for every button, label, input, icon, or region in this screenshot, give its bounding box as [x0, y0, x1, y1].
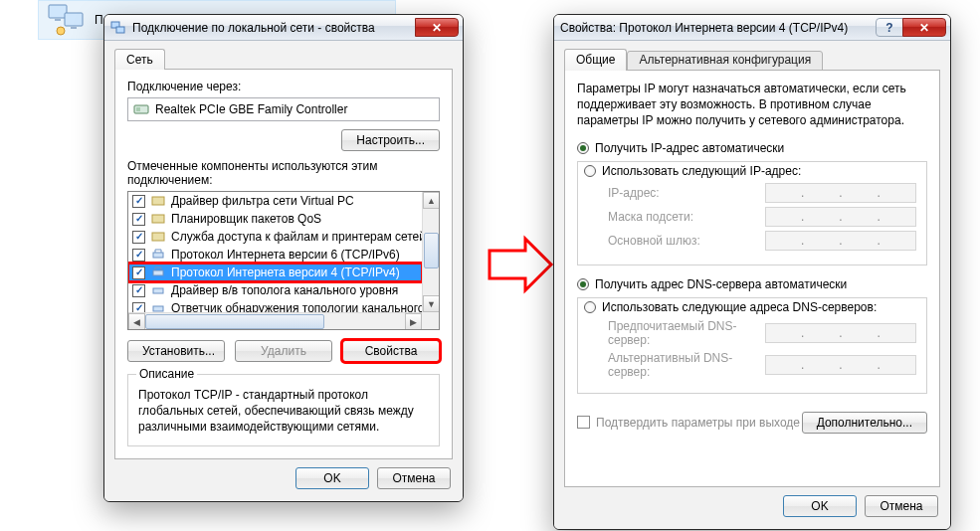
window-title: Подключение по локальной сети - свойства: [132, 21, 375, 35]
window-icon: [110, 20, 126, 36]
adapter-icon: [133, 101, 149, 117]
component-icon: [150, 211, 166, 227]
tab-general[interactable]: Общие: [564, 49, 627, 71]
close-button[interactable]: ✕: [415, 18, 459, 37]
protocol-icon: [150, 282, 166, 298]
properties-button[interactable]: Свойства: [342, 340, 440, 362]
connect-via-label: Подключение через:: [127, 80, 440, 93]
scroll-down-button[interactable]: ▼: [423, 295, 440, 312]
checkbox-icon[interactable]: [132, 195, 145, 208]
svg-rect-10: [152, 215, 164, 223]
svg-rect-12: [153, 253, 163, 258]
subnet-mask-label: Маска подсети:: [608, 210, 757, 224]
scroll-up-button[interactable]: ▲: [423, 192, 440, 209]
network-monitors-icon: [47, 3, 87, 37]
component-icon: [150, 229, 166, 245]
adapter-name: Realtek PCIe GBE Family Controller: [155, 102, 347, 116]
svg-rect-2: [55, 19, 61, 21]
ok-button[interactable]: OK: [295, 467, 369, 489]
confirm-on-exit-checkbox[interactable]: [577, 416, 590, 429]
ok-button[interactable]: OK: [783, 495, 857, 517]
tab-network[interactable]: Сеть: [114, 49, 165, 70]
scroll-thumb[interactable]: [145, 314, 324, 329]
description-legend: Описание: [136, 367, 197, 381]
radio-dns-manual-row[interactable]: Использовать следующие адреса DNS-сервер…: [584, 300, 916, 314]
tcpipv4-properties-window: Свойства: Протокол Интернета версии 4 (T…: [553, 14, 951, 530]
list-item[interactable]: Драйвер в/в тополога канального уровня: [128, 281, 422, 299]
radio-dns-auto-row[interactable]: Получить адрес DNS-сервера автоматически: [577, 277, 927, 291]
alternate-dns-label: Альтернативный DNS-сервер:: [608, 351, 757, 379]
alternate-dns-field: ...: [765, 355, 916, 375]
advanced-button[interactable]: Дополнительно...: [802, 412, 927, 434]
components-label: Отмеченные компоненты используются этим …: [127, 159, 440, 187]
checkbox-icon[interactable]: [132, 284, 145, 297]
protocol-icon: [150, 300, 166, 312]
svg-rect-11: [152, 233, 164, 241]
uninstall-button: Удалить: [235, 340, 332, 362]
svg-rect-6: [116, 27, 124, 33]
description-text: Протокол TCP/IP - стандартный протокол г…: [138, 387, 429, 436]
radio-ip-manual[interactable]: [584, 165, 596, 177]
help-icon: ?: [885, 21, 892, 35]
gateway-field: ...: [765, 231, 916, 251]
svg-rect-3: [71, 27, 77, 29]
connection-properties-window: Подключение по локальной сети - свойства…: [103, 14, 464, 502]
tab-alternate-config[interactable]: Альтернативная конфигурация: [627, 51, 823, 71]
scroll-right-button[interactable]: ▶: [405, 313, 422, 330]
svg-rect-13: [153, 270, 163, 275]
help-button[interactable]: ?: [876, 18, 903, 37]
configure-button[interactable]: Настроить...: [341, 129, 440, 151]
svg-point-4: [57, 27, 65, 35]
window-title: Свойства: Протокол Интернета версии 4 (T…: [560, 21, 848, 35]
confirm-on-exit-row[interactable]: Подтвердить параметры при выходе: [577, 416, 800, 430]
list-item[interactable]: Протокол Интернета версии 6 (TCP/IPv6): [128, 246, 422, 264]
arrow-annotation: [486, 235, 555, 294]
radio-ip-auto[interactable]: [577, 142, 589, 154]
list-item[interactable]: Ответчик обнаружения топологии канальног…: [128, 299, 422, 312]
checkbox-icon[interactable]: [132, 231, 145, 244]
svg-rect-8: [136, 107, 140, 111]
confirm-on-exit-label: Подтвердить параметры при выходе: [596, 416, 800, 430]
preferred-dns-field: ...: [765, 323, 916, 343]
scroll-left-button[interactable]: ◀: [128, 313, 145, 330]
radio-ip-auto-row[interactable]: Получить IP-адрес автоматически: [577, 141, 927, 155]
list-item[interactable]: Драйвер фильтра сети Virtual PC: [128, 192, 422, 210]
adapter-field[interactable]: Realtek PCIe GBE Family Controller: [127, 97, 440, 121]
tab-panel-network: Подключение через: Realtek PCIe GBE Fami…: [114, 69, 453, 459]
checkbox-icon[interactable]: [132, 213, 145, 226]
checkbox-icon[interactable]: [132, 266, 145, 279]
list-item[interactable]: Планировщик пакетов QoS: [128, 210, 422, 228]
svg-rect-9: [152, 197, 164, 205]
component-icon: [150, 193, 166, 209]
svg-rect-15: [153, 306, 163, 311]
subnet-mask-field: ...: [765, 207, 916, 227]
dns-manual-group: Использовать следующие адреса DNS-сервер…: [577, 297, 927, 394]
list-item[interactable]: Служба доступа к файлам и принтерам сете…: [128, 228, 422, 246]
cancel-button[interactable]: Отмена: [377, 467, 451, 489]
close-button[interactable]: ✕: [902, 18, 946, 37]
horizontal-scrollbar[interactable]: ◀ ▶: [128, 312, 422, 329]
titlebar[interactable]: Свойства: Протокол Интернета версии 4 (T…: [554, 15, 950, 41]
checkbox-icon[interactable]: [132, 302, 145, 313]
components-listbox[interactable]: Драйвер фильтра сети Virtual PC Планиров…: [127, 191, 440, 330]
radio-dns-auto[interactable]: [577, 278, 589, 290]
ip-address-field: ...: [765, 183, 916, 203]
vertical-scrollbar[interactable]: ▲ ▼: [422, 192, 439, 312]
close-icon: ✕: [919, 21, 929, 35]
checkbox-icon[interactable]: [132, 249, 145, 262]
protocol-icon: [150, 265, 166, 280]
cancel-button[interactable]: Отмена: [865, 495, 938, 517]
svg-rect-1: [65, 13, 83, 26]
scroll-corner: [422, 312, 439, 329]
list-item-tcpipv4[interactable]: Протокол Интернета версии 4 (TCP/IPv4): [128, 264, 422, 281]
protocol-icon: [150, 247, 166, 263]
install-button[interactable]: Установить...: [127, 340, 225, 362]
close-icon: ✕: [432, 21, 442, 35]
radio-ip-manual-row[interactable]: Использовать следующий IP-адрес:: [584, 164, 916, 178]
radio-dns-manual[interactable]: [584, 301, 596, 313]
preferred-dns-label: Предпочитаемый DNS-сервер:: [608, 319, 757, 347]
ip-address-label: IP-адрес:: [608, 186, 757, 200]
svg-rect-14: [153, 288, 163, 293]
scroll-thumb[interactable]: [424, 233, 439, 268]
titlebar[interactable]: Подключение по локальной сети - свойства…: [104, 15, 463, 41]
